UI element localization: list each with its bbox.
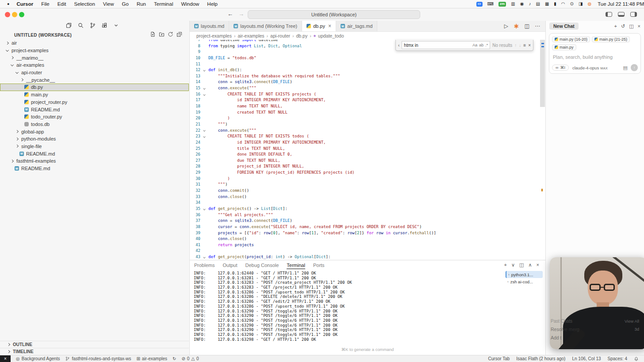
previous-match-icon[interactable]: ↑: [514, 43, 517, 48]
maximize-panel-icon[interactable]: ∧: [529, 262, 532, 268]
wifi-icon[interactable]: ◠: [561, 1, 565, 7]
tree-item-todos.db[interactable]: todos.db: [0, 121, 189, 128]
menu-go[interactable]: Go: [122, 1, 129, 7]
toggle-secondary-sidebar-icon[interactable]: [630, 12, 637, 17]
model-selector[interactable]: claude-4-opus MAX: [572, 65, 608, 70]
breadcrumb-item[interactable]: air-examples: [238, 33, 264, 38]
panel-tab-problems[interactable]: Problems: [194, 261, 215, 269]
tree-item-project_router.py[interactable]: project_router.py: [0, 99, 189, 106]
tree-item-README.md[interactable]: MREADME.md: [0, 150, 189, 157]
refresh-icon[interactable]: [168, 31, 173, 37]
tree-item-README.md[interactable]: MREADME.md: [0, 165, 189, 172]
fold-chevron-icon[interactable]: [203, 69, 206, 72]
terminal-process[interactable]: ›python3.1...: [506, 271, 543, 278]
navigate-forward-button[interactable]: →: [238, 11, 244, 17]
breadcrumb-item[interactable]: db.py: [296, 33, 308, 38]
keyboard-icon[interactable]: ⌨: [487, 1, 494, 7]
chevron-down-icon[interactable]: [113, 23, 119, 28]
menu-view[interactable]: View: [103, 1, 114, 7]
toggle-panel-icon[interactable]: [618, 12, 625, 17]
menubar-clock[interactable]: Tue Jul 22 11:48 PM: [598, 1, 644, 7]
tab-layouts.md (Working Tree)[interactable]: Mlayouts.md (Working Tree): [229, 21, 302, 31]
menu-edit[interactable]: Edit: [58, 1, 66, 7]
menu-terminal[interactable]: Terminal: [154, 1, 173, 7]
chat-tab[interactable]: New Chat: [549, 23, 579, 30]
cursor-tab-status[interactable]: Cursor Tab: [488, 356, 510, 361]
tree-item-single-file[interactable]: single-file: [0, 143, 189, 150]
outline-section-header[interactable]: OUTLINE: [0, 341, 189, 348]
send-button[interactable]: ↑: [631, 64, 638, 71]
terminal[interactable]: INFO: 127.0.0.1:62440 - "GET / HTTP/1.1"…: [194, 271, 503, 343]
minimize-window-button[interactable]: [12, 12, 17, 17]
fold-chevron-icon[interactable]: [203, 87, 206, 90]
command-center-search[interactable]: Untitled (Workspace): [248, 10, 420, 19]
toggle-sidebar-icon[interactable]: [606, 12, 612, 17]
more-actions-icon[interactable]: ⋯: [535, 23, 540, 29]
split-terminal-icon[interactable]: ◫: [519, 262, 524, 268]
explorer-icon[interactable]: [65, 22, 72, 29]
chat-layout-icon[interactable]: ◫: [629, 23, 633, 29]
regex-toggle[interactable]: .*: [485, 43, 488, 47]
tab-layouts.md[interactable]: Mlayouts.md: [190, 21, 229, 31]
tree-item-air[interactable]: air: [0, 39, 189, 47]
attach-image-icon[interactable]: ▤: [623, 65, 628, 71]
camera-icon[interactable]: ◉: [520, 1, 524, 7]
tree-item-README.md[interactable]: MREADME.md: [0, 106, 189, 113]
match-case-toggle[interactable]: Aa: [472, 43, 477, 47]
close-chat-icon[interactable]: ×: [638, 23, 640, 29]
extensions-icon[interactable]: [101, 22, 108, 29]
next-match-icon[interactable]: ↓: [519, 43, 521, 48]
timeline-section-header[interactable]: TIMELINE: [0, 348, 189, 355]
chat-history-icon[interactable]: ↺: [621, 23, 625, 29]
new-file-icon[interactable]: [150, 31, 156, 37]
fold-chevron-icon[interactable]: [203, 135, 206, 138]
view-all-link[interactable]: View All: [625, 319, 639, 324]
fold-chevron-icon[interactable]: [203, 130, 206, 132]
tree-item-python-modules[interactable]: python-modules: [0, 135, 189, 143]
run-button[interactable]: ▷: [504, 23, 508, 29]
search-icon[interactable]: [77, 22, 84, 29]
terminal-process[interactable]: ›zsh ai-cod...: [506, 278, 543, 285]
chat-input-box[interactable]: main.py (16-20)main.py (21-25)main.py Pl…: [549, 33, 641, 74]
zoom-icon[interactable]: zm: [498, 2, 506, 7]
find-in-selection-icon[interactable]: ≡: [523, 43, 526, 48]
split-editor-icon[interactable]: ◫: [525, 23, 529, 29]
apple-menu-icon[interactable]: ●: [7, 2, 9, 6]
tab-db.py[interactable]: db.py×: [302, 21, 336, 31]
workspace-folder-button[interactable]: ⊞ air-examples: [136, 356, 167, 361]
menu-help[interactable]: Help: [207, 1, 218, 7]
siri-icon[interactable]: ◍: [587, 1, 591, 7]
display-share-icon[interactable]: ▭: [476, 2, 483, 7]
tree-item-main.py[interactable]: main.py: [0, 91, 189, 99]
context-chip[interactable]: main.py: [552, 44, 576, 50]
mode-selector[interactable]: ∞ ⌘I: [552, 65, 569, 71]
fold-chevron-icon[interactable]: [203, 256, 206, 259]
terminal-dropdown-icon[interactable]: ∨: [511, 262, 515, 268]
cursor-agent-icon[interactable]: ∗: [514, 22, 519, 30]
past-chat-item[interactable]: Resolve merg3d: [551, 327, 639, 332]
cursor-position-status[interactable]: Ln 106, Col 13: [572, 356, 601, 361]
fold-chevron-icon[interactable]: [203, 208, 206, 210]
breadcrumb-item[interactable]: update_todo: [318, 33, 344, 38]
breadcrumb-item[interactable]: api-router: [270, 33, 290, 38]
indentation-status[interactable]: Spaces: 4: [608, 356, 627, 361]
workspace-section-header[interactable]: UNTITLED (WORKSPACE): [14, 33, 72, 38]
activity-chart-icon[interactable]: ▥: [511, 1, 515, 7]
find-input[interactable]: htmx in Aa ab .*: [402, 41, 490, 49]
remote-indicator[interactable]: ×: [0, 355, 11, 362]
new-chat-icon[interactable]: +: [614, 23, 617, 29]
menu-window[interactable]: Window: [181, 1, 199, 7]
menu-file[interactable]: File: [41, 1, 50, 7]
close-tab-icon[interactable]: ×: [328, 23, 331, 29]
menu-selection[interactable]: Selection: [74, 1, 95, 7]
editor-scrollbar-thumb[interactable]: [540, 40, 545, 107]
menu-cursor[interactable]: Cursor: [16, 1, 33, 7]
git-branch-button[interactable]: fasthtml-routes-and-syntax-ws: [65, 356, 131, 361]
music-icon[interactable]: ♪: [529, 1, 531, 7]
new-folder-icon[interactable]: [159, 31, 165, 37]
new-terminal-icon[interactable]: +: [504, 262, 507, 268]
menu-run[interactable]: Run: [137, 1, 146, 7]
tree-item-api-router[interactable]: api-router: [0, 69, 189, 76]
sync-button[interactable]: ↻: [172, 356, 176, 361]
close-panel-icon[interactable]: ×: [537, 262, 539, 268]
